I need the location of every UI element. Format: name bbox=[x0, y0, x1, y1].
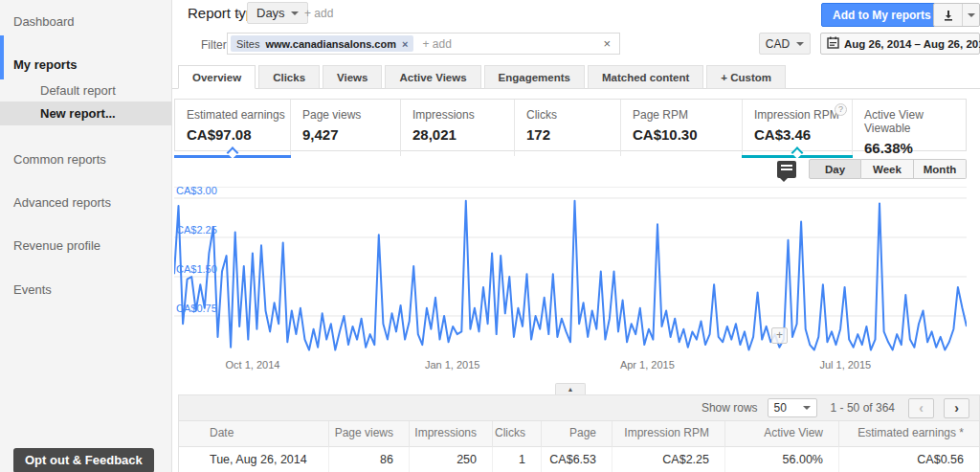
card-value: 172 bbox=[526, 126, 620, 143]
sidebar-item-default-report[interactable]: Default report bbox=[40, 83, 116, 98]
chevron-down-icon bbox=[291, 11, 299, 15]
card-label: Active View Viewable bbox=[864, 108, 966, 135]
y-axis-tick: CA$2.25 bbox=[176, 224, 217, 236]
help-icon[interactable]: ? bbox=[835, 103, 847, 116]
rows-per-page-value: 50 bbox=[774, 401, 787, 415]
granularity-month-button[interactable]: Month bbox=[914, 159, 967, 179]
sidebar-item-events[interactable]: Events bbox=[13, 282, 52, 297]
table-toolbar: Show rows 50 1 - 50 of 364 ‹ › bbox=[178, 394, 980, 421]
tab-custom[interactable]: + Custom bbox=[706, 65, 786, 89]
tab-matched-content[interactable]: Matched content bbox=[588, 65, 703, 89]
y-axis-tick: CA$0.75 bbox=[176, 303, 217, 314]
currency-value: CAD bbox=[766, 37, 790, 51]
card-value: CA$10.30 bbox=[633, 126, 742, 143]
add-to-my-reports-label: Add to My reports bbox=[822, 4, 942, 26]
metric-cards: Estimated earnings CA$97.08 Page views 9… bbox=[174, 99, 967, 151]
cell-active-view-viewable: 56.00% bbox=[724, 447, 838, 472]
card-impressions[interactable]: Impressions 28,021 bbox=[401, 100, 515, 156]
filter-input[interactable]: Sites www.canadiansalons.com × + add × bbox=[227, 33, 620, 55]
date-range-value: Aug 26, 2014 – Aug 26, 2015 bbox=[844, 38, 980, 50]
card-clicks[interactable]: Clicks 172 bbox=[515, 100, 621, 156]
card-value: CA$3.46 bbox=[754, 126, 852, 143]
table-row[interactable]: Tue, Aug 26, 2014 86 250 1 CA$6.53 CA$2.… bbox=[178, 447, 980, 472]
chevron-down-icon bbox=[796, 42, 804, 46]
table-header: Date Page views Impressions Clicks Page … bbox=[178, 421, 980, 447]
x-axis-tick: Apr 1, 2015 bbox=[620, 359, 675, 371]
chevron-down-icon bbox=[968, 13, 975, 17]
tab-views[interactable]: Views bbox=[323, 65, 382, 89]
chart-canvas bbox=[174, 188, 967, 355]
chevron-down-icon bbox=[803, 406, 811, 410]
card-label: Page views bbox=[302, 108, 400, 122]
export-options-dropdown[interactable] bbox=[962, 4, 979, 26]
pagination-range-label: 1 - 50 of 364 bbox=[831, 401, 895, 415]
cell-impression-rpm: CA$2.25 bbox=[612, 447, 724, 472]
sidebar-item-new-report-label: New report... bbox=[40, 101, 116, 125]
filter-chip-sites[interactable]: Sites www.canadiansalons.com × bbox=[231, 35, 413, 52]
sidebar-item-revenue-profile[interactable]: Revenue profile bbox=[13, 238, 100, 253]
previous-page-button[interactable]: ‹ bbox=[908, 398, 934, 418]
cell-impressions: 250 bbox=[409, 447, 492, 472]
tab-clicks[interactable]: Clicks bbox=[258, 65, 320, 89]
granularity-week-button[interactable]: Week bbox=[861, 159, 914, 179]
report-type-value: Days bbox=[256, 6, 285, 20]
crosshair-cursor-icon: + bbox=[771, 327, 788, 344]
add-report-type-link[interactable]: + add bbox=[304, 7, 333, 20]
card-estimated-earnings[interactable]: Estimated earnings CA$97.08 bbox=[175, 100, 291, 156]
card-impression-rpm[interactable]: Impression RPM CA$3.46 ? bbox=[743, 100, 853, 156]
card-active-view-viewable[interactable]: Active View Viewable 66.38% bbox=[853, 100, 966, 156]
tab-overview[interactable]: Overview bbox=[178, 65, 256, 89]
active-section-indicator bbox=[0, 35, 4, 79]
sidebar-item-new-report[interactable]: New report... bbox=[0, 101, 172, 125]
filter-chip-value: www.canadiansalons.com bbox=[265, 38, 396, 50]
card-value: CA$97.08 bbox=[187, 126, 290, 143]
date-range-picker[interactable]: Aug 26, 2014 – Aug 26, 2015 bbox=[820, 33, 980, 55]
collapse-chart-button[interactable]: ▲ bbox=[555, 383, 586, 394]
card-label: Clicks bbox=[526, 108, 620, 122]
granularity-toggle: Day Week Month bbox=[809, 159, 967, 179]
export-button[interactable] bbox=[933, 3, 980, 27]
card-value: 28,021 bbox=[412, 126, 514, 143]
card-label: Impressions bbox=[412, 108, 514, 122]
adsense-report-page: Dashboard My reports Default report New … bbox=[0, 0, 980, 472]
calendar-icon bbox=[827, 35, 839, 53]
remove-chip-icon[interactable]: × bbox=[402, 38, 408, 50]
x-axis-tick: Jan 1, 2015 bbox=[425, 359, 480, 371]
sidebar-item-my-reports[interactable]: My reports bbox=[13, 57, 77, 72]
y-axis-tick: CA$1.50 bbox=[176, 263, 217, 275]
add-filter-link[interactable]: + add bbox=[422, 37, 451, 51]
earnings-line-chart[interactable]: CA$0.75CA$1.50CA$2.25CA$3.00 Oct 1, 2014… bbox=[174, 187, 967, 354]
show-rows-label: Show rows bbox=[702, 401, 758, 415]
x-axis-tick: Jul 1, 2015 bbox=[819, 359, 871, 371]
report-type-dropdown[interactable]: Days bbox=[247, 2, 308, 24]
x-axis-tick: Oct 1, 2014 bbox=[226, 359, 280, 371]
cell-clicks: 1 bbox=[492, 447, 541, 472]
breadcrumb-separator: › bbox=[236, 3, 241, 19]
granularity-day-button[interactable]: Day bbox=[809, 159, 861, 179]
report-tabs: Overview Clicks Views Active Views Engag… bbox=[178, 65, 786, 89]
annotations-icon[interactable] bbox=[777, 161, 796, 178]
card-page-rpm[interactable]: Page RPM CA$10.30 bbox=[621, 100, 743, 156]
card-value: 9,427 bbox=[302, 126, 400, 143]
opt-out-feedback-button[interactable]: Opt out & Feedback bbox=[13, 448, 154, 472]
cell-date: Tue, Aug 26, 2014 bbox=[179, 447, 328, 472]
rows-per-page-dropdown[interactable]: 50 bbox=[768, 398, 817, 417]
y-axis-tick: CA$3.00 bbox=[176, 185, 217, 196]
card-label: Page RPM bbox=[633, 108, 742, 122]
card-page-views[interactable]: Page views 9,427 bbox=[291, 100, 401, 156]
clear-filter-icon[interactable]: × bbox=[603, 36, 611, 51]
tab-active-views[interactable]: Active Views bbox=[385, 65, 480, 89]
sidebar-item-common-reports[interactable]: Common reports bbox=[13, 152, 106, 167]
sidebar-item-dashboard[interactable]: Dashboard bbox=[13, 14, 75, 29]
tab-engagements[interactable]: Engagements bbox=[484, 65, 585, 89]
sidebar: Dashboard My reports Default report New … bbox=[0, 0, 172, 472]
card-label: Estimated earnings bbox=[187, 108, 290, 122]
cell-page-rpm: CA$6.53 bbox=[541, 447, 612, 472]
card-value: 66.38% bbox=[864, 140, 966, 156]
sidebar-item-advanced-reports[interactable]: Advanced reports bbox=[13, 195, 111, 210]
download-icon bbox=[934, 4, 962, 26]
next-page-button[interactable]: › bbox=[944, 398, 969, 418]
filter-label: Filter bbox=[201, 38, 227, 52]
cell-page-views: 86 bbox=[328, 447, 409, 472]
currency-dropdown[interactable]: CAD bbox=[759, 33, 811, 55]
